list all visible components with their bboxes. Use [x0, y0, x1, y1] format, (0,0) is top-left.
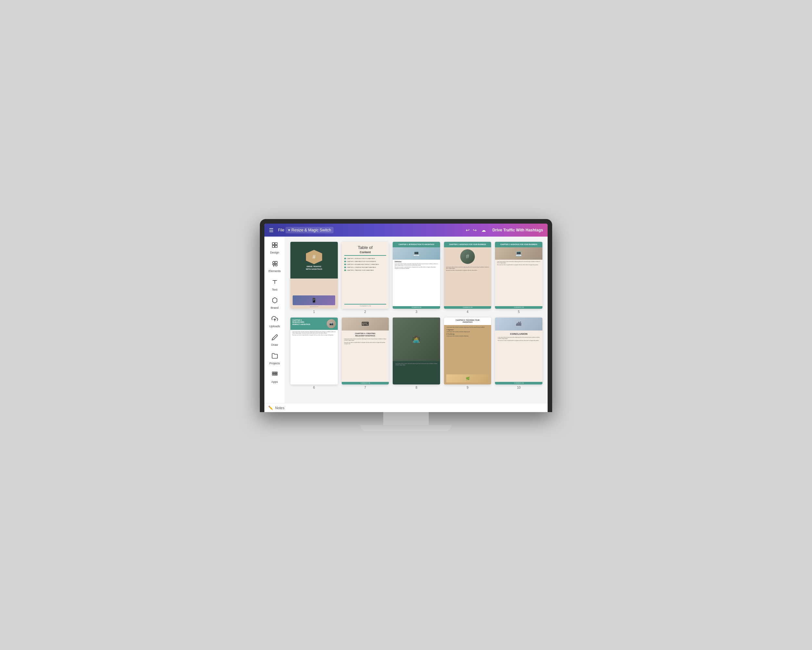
page-number-4: 4 — [467, 310, 469, 314]
menu-icon[interactable]: ☰ — [269, 227, 273, 233]
monitor-stand-base — [360, 425, 452, 431]
text-icon — [272, 279, 278, 287]
sidebar-label-apps: Apps — [271, 380, 278, 384]
sidebar: Design Elements — [264, 237, 285, 403]
page-card-8[interactable]: 👩‍💻 Lorem ipsum dolor sit amet consectet… — [393, 318, 440, 384]
draw-icon — [272, 334, 278, 342]
page-card-9[interactable]: CHAPTER 5: TRACKING YOUR#HASHTAGS Lorem … — [444, 318, 491, 384]
page-item-4: CHAPTER 2: HASHTAGS FOR YOUR BUSINESS # — [444, 242, 491, 314]
page-number-9: 9 — [467, 386, 469, 389]
uploads-icon — [272, 315, 278, 324]
projects-icon — [272, 353, 278, 361]
app-container: Design Elements — [264, 237, 548, 403]
svg-marker-6 — [273, 264, 275, 266]
page-card-5[interactable]: CHAPTER 2: HASHTAGS FOR YOUR BUSINESS 💻 … — [495, 242, 542, 309]
page-card-2[interactable]: Table of Content CHAPTER 1: INTRODUCTION… — [342, 242, 389, 309]
sidebar-label-draw: Draw — [271, 343, 278, 347]
monitor-wrapper: ☰ File ▾ Resize & Magic Switch ↩ ↪ ☁ Dri… — [260, 219, 552, 431]
page-number-10: 10 — [517, 386, 520, 389]
svg-rect-12 — [274, 372, 275, 373]
monitor-screen: ☰ File ▾ Resize & Magic Switch ↩ ↪ ☁ Dri… — [264, 223, 548, 412]
apps-icon — [272, 371, 278, 379]
svg-rect-2 — [272, 245, 275, 248]
page-item-3: CHAPTER 1: INTRODUCTION TO #HASHTAGS 💻 D… — [393, 242, 440, 314]
page-item-7: ⌨ CHAPTER 4: CREATINGRELEVANT HASHTAGS L… — [342, 318, 389, 389]
redo-button[interactable]: ↪ — [473, 228, 477, 233]
resize-magic-switch-button[interactable]: ▾ Resize & Magic Switch — [285, 227, 334, 233]
page-item-10: 🏙 CONCLUSION Lorem ipsum dolor sit amet … — [495, 318, 542, 389]
svg-rect-13 — [276, 372, 277, 373]
svg-rect-16 — [276, 374, 277, 375]
sidebar-item-elements[interactable]: Elements — [266, 258, 284, 275]
page-number-8: 8 — [415, 386, 417, 389]
dropdown-icon: ▾ — [288, 228, 290, 232]
page-card-10[interactable]: 🏙 CONCLUSION Lorem ipsum dolor sit amet … — [495, 318, 542, 384]
page-item-2: Table of Content CHAPTER 1: INTRODUCTION… — [342, 242, 389, 314]
page-card-4[interactable]: CHAPTER 2: HASHTAGS FOR YOUR BUSINESS # — [444, 242, 491, 309]
svg-rect-5 — [275, 261, 277, 263]
sidebar-label-design: Design — [270, 251, 279, 254]
page-number-6: 6 — [313, 386, 315, 389]
top-bar: ☰ File ▾ Resize & Magic Switch ↩ ↪ ☁ Dri… — [264, 223, 548, 237]
svg-rect-7 — [275, 264, 277, 266]
page-item-9: CHAPTER 5: TRACKING YOUR#HASHTAGS Lorem … — [444, 318, 491, 389]
undo-button[interactable]: ↩ — [466, 228, 470, 233]
svg-rect-15 — [274, 374, 275, 375]
page-number-3: 3 — [415, 310, 417, 314]
page-item-1: # Drive TrafficWith Hashtags 📱 yourwebsi… — [290, 242, 338, 314]
sidebar-item-projects[interactable]: Projects — [266, 350, 284, 368]
cloud-save-icon[interactable]: ☁ — [481, 228, 486, 233]
svg-rect-1 — [275, 243, 277, 245]
pages-grid: # Drive TrafficWith Hashtags 📱 yourwebsi… — [290, 242, 542, 389]
elements-icon — [272, 260, 278, 268]
page-card-3[interactable]: CHAPTER 1: INTRODUCTION TO #HASHTAGS 💻 D… — [393, 242, 440, 309]
monitor-bezel: ☰ File ▾ Resize & Magic Switch ↩ ↪ ☁ Dri… — [260, 219, 552, 412]
notes-bar: ✏️ Notes — [264, 403, 548, 412]
notes-icon: ✏️ — [268, 405, 273, 410]
file-button[interactable]: File — [278, 228, 284, 232]
page-number-7: 7 — [365, 386, 366, 389]
page-number-1: 1 — [313, 310, 315, 314]
main-canvas-area[interactable]: # Drive TrafficWith Hashtags 📱 yourwebsi… — [285, 237, 548, 403]
sidebar-item-apps[interactable]: Apps — [266, 369, 284, 387]
page-item-5: CHAPTER 2: HASHTAGS FOR YOUR BUSINESS 💻 … — [495, 242, 542, 314]
sidebar-item-draw[interactable]: Draw — [266, 332, 284, 349]
sidebar-label-elements: Elements — [269, 269, 281, 273]
svg-point-4 — [273, 261, 275, 263]
page-item-6: CHAPTER 3:RESEARCHINGPERFECT #HASHTAGS 📷… — [290, 318, 338, 389]
sidebar-item-text[interactable]: Text — [266, 276, 284, 294]
page-number-5: 5 — [518, 310, 520, 314]
page-number-2: 2 — [365, 310, 366, 314]
svg-rect-0 — [272, 243, 275, 245]
undo-redo-group: ↩ ↪ — [466, 228, 477, 233]
svg-rect-14 — [272, 374, 273, 375]
sidebar-item-uploads[interactable]: Uploads — [266, 313, 284, 331]
sidebar-label-brand: Brand — [270, 306, 278, 310]
sidebar-label-uploads: Uploads — [269, 325, 280, 328]
brand-icon — [272, 297, 278, 305]
document-title: Drive Traffic With Hashtags — [492, 228, 543, 232]
sidebar-item-design[interactable]: Design — [266, 239, 284, 257]
page-card-6[interactable]: CHAPTER 3:RESEARCHINGPERFECT #HASHTAGS 📷… — [290, 318, 338, 384]
sidebar-label-text: Text — [272, 288, 277, 292]
sidebar-label-projects: Projects — [269, 362, 280, 365]
svg-rect-3 — [275, 245, 277, 248]
design-icon — [272, 242, 278, 250]
page-item-8: 👩‍💻 Lorem ipsum dolor sit amet consectet… — [393, 318, 440, 389]
sidebar-item-brand[interactable]: Brand — [266, 294, 284, 312]
monitor-stand-neck — [383, 412, 429, 425]
page-card-7[interactable]: ⌨ CHAPTER 4: CREATINGRELEVANT HASHTAGS L… — [342, 318, 389, 384]
page-card-1[interactable]: # Drive TrafficWith Hashtags 📱 yourwebsi… — [290, 242, 338, 309]
resize-label: Resize & Magic Switch — [292, 228, 331, 232]
svg-rect-11 — [272, 372, 273, 373]
notes-label[interactable]: Notes — [275, 406, 284, 410]
